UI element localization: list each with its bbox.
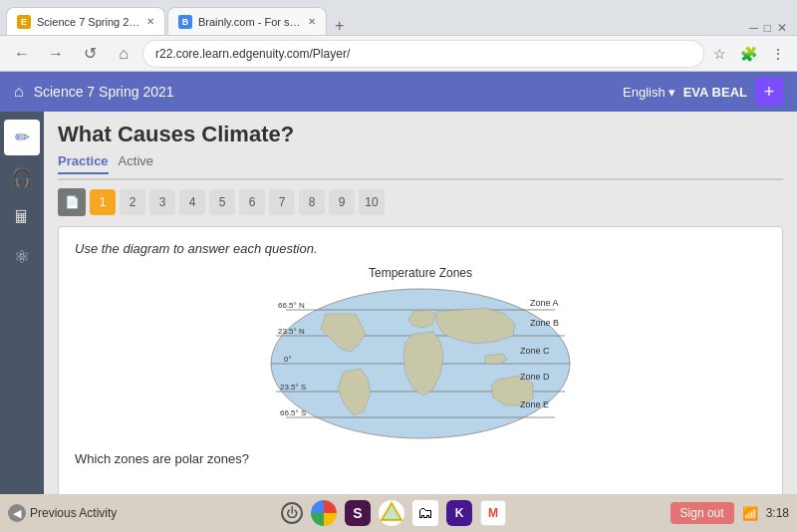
sidebar-item-headphones[interactable]: 🎧	[4, 159, 40, 195]
add-button[interactable]: +	[755, 78, 783, 106]
question-2[interactable]: 2	[120, 189, 145, 215]
svg-text:Zone E: Zone E	[520, 399, 549, 409]
main-layout: ✏ 🎧 🖩 ⚛ What Causes Climate? Practice Ac…	[0, 112, 797, 494]
menu-icon[interactable]: ⋮	[767, 46, 789, 62]
question-8[interactable]: 8	[299, 189, 325, 215]
new-tab-button[interactable]: +	[329, 17, 350, 35]
power-icon[interactable]: ⏻	[281, 502, 303, 524]
question-box: Use the diagram to answer each question.…	[58, 226, 783, 494]
question-instruction: Use the diagram to answer each question.	[75, 241, 766, 256]
question-10[interactable]: 10	[359, 189, 385, 215]
tab-edgenuity[interactable]: E Science 7 Spring 2021 - Edgenu... ✕	[6, 7, 165, 35]
app-header-left: ⌂ Science 7 Spring 2021	[14, 83, 174, 101]
prev-activity-arrow[interactable]: ◀	[8, 504, 26, 522]
user-name: EVA BEAL	[683, 85, 747, 100]
language-label: English	[623, 85, 665, 100]
tab-icon-edgenuity: E	[17, 15, 31, 29]
question-1[interactable]: 1	[90, 189, 116, 215]
temperature-zones-map: Zone A Zone B Zone C Zone D Zone E 66.5°…	[266, 284, 575, 443]
tab-label-brainly: Brainly.com - For students. By st...	[198, 16, 302, 28]
content-area: What Causes Climate? Practice Active 📄 1…	[44, 112, 797, 494]
time-display: 3:18	[766, 506, 789, 520]
taskbar: ◀ Previous Activity ⏻ S 🗂 K M Sign out 📶…	[0, 494, 797, 532]
diagram-title: Temperature Zones	[75, 266, 766, 280]
app-home-icon[interactable]: ⌂	[14, 83, 24, 101]
question-9[interactable]: 9	[329, 189, 355, 215]
atom-icon: ⚛	[14, 246, 30, 268]
svg-text:23.5° N: 23.5° N	[278, 327, 305, 336]
app-header-right: English ▾ EVA BEAL +	[623, 78, 783, 106]
close-window-button[interactable]: ✕	[777, 21, 787, 35]
wifi-icon: 📶	[742, 506, 758, 521]
refresh-button[interactable]: ↺	[76, 40, 104, 68]
pencil-icon: ✏	[15, 127, 30, 148]
svg-text:0°: 0°	[284, 355, 292, 364]
question-3[interactable]: 3	[149, 189, 175, 215]
taskbar-right: Sign out 📶 3:18	[670, 502, 789, 524]
svg-text:66.5° S: 66.5° S	[280, 408, 306, 417]
browser-toolbar: ← → ↺ ⌂ ☆ 🧩 ⋮	[0, 36, 797, 72]
svg-text:Zone D: Zone D	[520, 372, 550, 382]
lesson-title: What Causes Climate?	[58, 122, 783, 147]
language-dropdown-icon: ▾	[668, 85, 675, 100]
svg-text:Zone A: Zone A	[530, 298, 559, 308]
question-7[interactable]: 7	[269, 189, 295, 215]
svg-marker-17	[382, 503, 401, 520]
taskbar-left: ◀ Previous Activity	[8, 504, 117, 522]
svg-text:66.5° N: 66.5° N	[278, 301, 305, 310]
sidebar-item-atom[interactable]: ⚛	[4, 239, 40, 275]
headphones-icon: 🎧	[11, 166, 33, 188]
tab-close-edgenuity[interactable]: ✕	[146, 16, 154, 27]
tab-brainly[interactable]: B Brainly.com - For students. By st... ✕	[167, 7, 327, 35]
language-selector[interactable]: English ▾	[623, 85, 675, 100]
tab-label-edgenuity: Science 7 Spring 2021 - Edgenu...	[37, 16, 140, 28]
gmail-icon[interactable]: M	[480, 500, 506, 526]
app-title: Science 7 Spring 2021	[34, 84, 174, 100]
question-text: Which zones are polar zones?	[75, 451, 766, 466]
app-header: ⌂ Science 7 Spring 2021 English ▾ EVA BE…	[0, 72, 797, 112]
sidebar-item-pencil[interactable]: ✏	[4, 120, 40, 155]
tab-active[interactable]: Active	[119, 153, 153, 174]
prev-activity-label: Previous Activity	[30, 506, 117, 520]
bookmark-icon[interactable]: ☆	[709, 46, 730, 62]
question-4[interactable]: 4	[179, 189, 205, 215]
files-icon[interactable]: 🗂	[412, 500, 438, 526]
question-nav-document-icon[interactable]: 📄	[58, 188, 86, 216]
minimize-button[interactable]: ─	[749, 21, 758, 35]
tab-icon-brainly: B	[178, 15, 192, 29]
svg-text:Zone B: Zone B	[530, 318, 559, 328]
browser-tab-bar: E Science 7 Spring 2021 - Edgenu... ✕ B …	[0, 0, 797, 36]
slack-icon[interactable]: S	[345, 500, 371, 526]
lesson-tabs: Practice Active	[58, 153, 783, 180]
svg-text:23.5° S: 23.5° S	[280, 383, 306, 392]
calculator-icon: 🖩	[13, 207, 31, 228]
address-bar[interactable]	[143, 41, 703, 67]
home-button[interactable]: ⌂	[110, 40, 137, 68]
maximize-button[interactable]: □	[764, 21, 771, 35]
extension-icon[interactable]: 🧩	[736, 46, 761, 62]
question-navigation: 📄 1 2 3 4 5 6 7 8 9 10	[58, 188, 783, 216]
kahoot-icon[interactable]: K	[446, 500, 472, 526]
chrome-icon[interactable]	[311, 500, 337, 526]
sidebar: ✏ 🎧 🖩 ⚛	[0, 112, 44, 494]
tab-close-brainly[interactable]: ✕	[308, 16, 316, 27]
taskbar-center: ⏻ S 🗂 K M	[281, 500, 506, 526]
gdrive-icon[interactable]	[379, 500, 404, 526]
forward-button[interactable]: →	[42, 40, 70, 68]
back-button[interactable]: ←	[8, 40, 36, 68]
diagram-container: Temperature Zones	[75, 266, 766, 443]
svg-text:Zone C: Zone C	[520, 346, 550, 356]
sidebar-item-calculator[interactable]: 🖩	[4, 199, 40, 235]
tab-practice[interactable]: Practice	[58, 153, 109, 174]
sign-out-button[interactable]: Sign out	[670, 502, 734, 524]
question-5[interactable]: 5	[209, 189, 235, 215]
question-6[interactable]: 6	[239, 189, 265, 215]
